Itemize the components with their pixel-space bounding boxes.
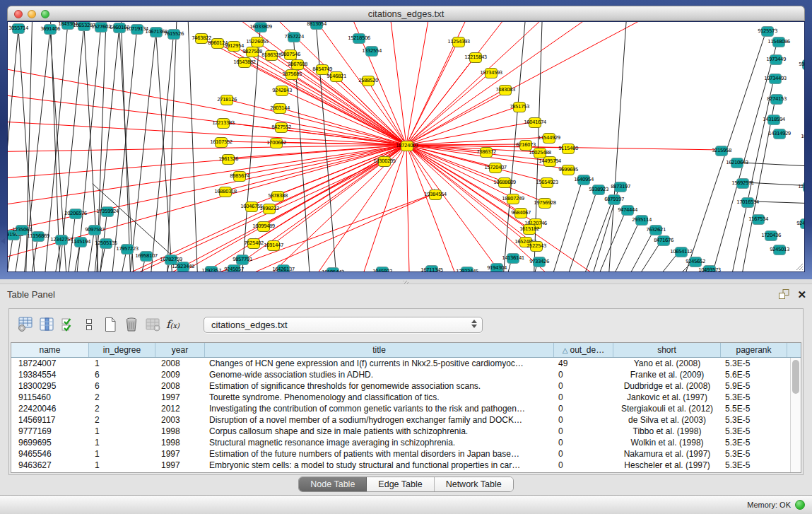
table-settings-icon[interactable] bbox=[15, 315, 36, 334]
column-header-out_degree[interactable]: △out_de… bbox=[554, 343, 613, 357]
graph-node[interactable]: 3875685 bbox=[286, 69, 298, 80]
graph-node[interactable]: 16210643 bbox=[731, 158, 743, 168]
graph-node[interactable]: 9242843 bbox=[276, 86, 288, 96]
graph-node[interactable]: 8471676 bbox=[657, 235, 670, 246]
function-builder-icon[interactable]: f(x) bbox=[166, 318, 180, 331]
table-row[interactable]: 2242004622012Investigating the contribut… bbox=[11, 403, 790, 414]
memory-ok-indicator[interactable] bbox=[795, 500, 805, 510]
graph-node[interactable]: 9125573 bbox=[761, 26, 774, 37]
delete-table-icon[interactable] bbox=[142, 315, 163, 334]
graph-node[interactable]: 15226055 bbox=[251, 37, 264, 47]
graph-node[interactable]: 16033809 bbox=[254, 22, 267, 33]
column-header-in_degree[interactable]: in_degree bbox=[89, 343, 155, 357]
graph-node[interactable]: 12342757 bbox=[55, 235, 68, 245]
network-window-titlebar[interactable]: citations_edges.txt bbox=[7, 6, 805, 21]
graph-node[interactable]: 17016534 bbox=[741, 197, 754, 208]
graph-node[interactable]: 11254393 bbox=[452, 37, 465, 47]
network-canvas[interactable]: 3055714369140618433041065328715276026460… bbox=[7, 21, 805, 272]
graph-node[interactable]: 12213383 bbox=[217, 118, 230, 129]
graph-node[interactable]: 17359924 bbox=[101, 206, 114, 217]
graph-node[interactable]: 10719134 bbox=[131, 24, 143, 35]
horizontal-splitter[interactable] bbox=[0, 279, 812, 284]
graph-node[interactable]: 2718126 bbox=[220, 95, 233, 105]
graph-node[interactable]: 14671368 bbox=[150, 27, 163, 37]
graph-node[interactable]: 10195443 bbox=[326, 267, 339, 272]
graph-node[interactable]: 2588520 bbox=[362, 76, 375, 86]
graph-node[interactable]: 18807249 bbox=[507, 194, 519, 204]
graph-node[interactable]: 1074343 bbox=[804, 132, 805, 142]
graph-node[interactable]: 8427552 bbox=[275, 122, 288, 133]
table-selector-dropdown[interactable]: citations_edges.txt bbox=[204, 317, 483, 333]
graph-node[interactable]: 8985674 bbox=[233, 171, 246, 182]
graph-node[interactable]: 2803144 bbox=[273, 103, 286, 114]
float-panel-icon[interactable] bbox=[778, 288, 790, 300]
graph-node[interactable]: 1700662 bbox=[270, 138, 283, 148]
table-row[interactable]: 1872400712008Changes of HCN gene express… bbox=[11, 358, 790, 369]
graph-node[interactable]: 12103443 bbox=[803, 182, 805, 192]
graph-node[interactable]: 16041674 bbox=[529, 117, 541, 128]
graph-node[interactable]: 9245013 bbox=[773, 245, 786, 255]
graph-node[interactable]: 12923448 bbox=[177, 262, 189, 272]
graph-node[interactable]: 16099489 bbox=[257, 221, 270, 232]
graph-node[interactable]: 10688609 bbox=[498, 177, 511, 188]
graph-node[interactable]: 12505135 bbox=[100, 238, 112, 249]
table-row[interactable]: 1938455462009Genome-wide association stu… bbox=[11, 369, 790, 380]
graph-node[interactable]: 16107552 bbox=[215, 137, 228, 148]
graph-node[interactable]: 8813054 bbox=[310, 21, 323, 30]
tab-node-table[interactable]: Node Table bbox=[299, 477, 367, 491]
graph-node[interactable]: 8186328 bbox=[265, 50, 278, 61]
table-row[interactable]: 1830029562008Estimation of significance … bbox=[11, 380, 790, 392]
graph-node[interactable]: 2935114 bbox=[635, 215, 648, 226]
graph-node[interactable]: 16426137 bbox=[277, 264, 290, 272]
graph-node[interactable]: 14318594 bbox=[767, 115, 780, 125]
column-header-title[interactable]: title bbox=[205, 343, 554, 357]
delete-column-icon[interactable] bbox=[121, 315, 142, 334]
graph-node[interactable]: 5938923 bbox=[592, 185, 605, 195]
graph-node[interactable]: 1961326 bbox=[222, 154, 235, 165]
graph-node[interactable]: 2867608 bbox=[291, 59, 304, 70]
graph-node[interactable]: 15692971 bbox=[736, 178, 749, 189]
show-column-icon[interactable] bbox=[36, 315, 57, 334]
row-height-icon[interactable] bbox=[78, 315, 100, 334]
graph-node[interactable]: 18300295 bbox=[378, 156, 391, 167]
graph-node[interactable]: 7625402 bbox=[247, 238, 260, 249]
graph-node[interactable]: 11548086 bbox=[772, 37, 785, 47]
graph-node[interactable]: 9857791 bbox=[236, 255, 249, 265]
graph-node[interactable]: 6879197 bbox=[608, 194, 620, 205]
graph-node[interactable]: 8274153 bbox=[770, 94, 783, 105]
graph-node[interactable]: 9807546 bbox=[284, 49, 297, 60]
graph-node[interactable]: 11156869 bbox=[32, 231, 45, 242]
graph-node[interactable]: 2522543 bbox=[530, 241, 543, 252]
graph-node[interactable]: 10653287 bbox=[78, 21, 90, 31]
table-row[interactable]: 1456911722003Disruption of a novel membe… bbox=[11, 414, 790, 426]
graph-node[interactable]: 6216073 bbox=[519, 140, 532, 151]
graph-node[interactable]: 9097587 bbox=[88, 225, 101, 235]
graph-node[interactable]: 3215958 bbox=[715, 146, 728, 156]
graph-node[interactable]: 7851753 bbox=[513, 102, 526, 112]
graph-node[interactable]: 1332554 bbox=[365, 46, 378, 57]
panel-collapse-arrow[interactable] bbox=[1, 238, 5, 244]
graph-node[interactable]: 14314929 bbox=[773, 129, 786, 139]
graph-node[interactable]: 1145194 bbox=[74, 237, 87, 247]
graph-node[interactable]: 10493573 bbox=[703, 265, 716, 272]
graph-node[interactable]: 9146821 bbox=[330, 71, 343, 82]
graph-node[interactable]: 12923445 bbox=[461, 267, 473, 272]
vertical-scrollbar[interactable] bbox=[790, 358, 801, 472]
graph-node[interactable]: 7483083 bbox=[499, 85, 512, 95]
graph-node[interactable]: 16880318 bbox=[219, 187, 232, 197]
column-header-name[interactable]: name bbox=[11, 343, 89, 357]
tab-edge-table[interactable]: Edge Table bbox=[367, 477, 434, 491]
graph-node[interactable]: 1292357 bbox=[205, 266, 218, 272]
graph-node[interactable]: 3691406 bbox=[44, 24, 57, 35]
graph-node[interactable]: 9115460 bbox=[562, 144, 575, 154]
graph-node[interactable]: 20206576 bbox=[69, 209, 82, 219]
graph-node[interactable]: 9684067 bbox=[514, 208, 527, 218]
graph-node[interactable]: 10654112 bbox=[675, 247, 688, 257]
column-header-pagerank[interactable]: pagerank bbox=[721, 343, 787, 357]
graph-node[interactable]: 19384554 bbox=[429, 189, 442, 200]
window-resize-grip[interactable] bbox=[794, 261, 804, 271]
graph-node[interactable]: 18724007 bbox=[401, 141, 413, 151]
graph-node[interactable]: 9194304 bbox=[490, 263, 503, 272]
graph-node[interactable]: 9827508 bbox=[246, 47, 259, 57]
graph-node[interactable]: 9245652 bbox=[689, 257, 702, 267]
